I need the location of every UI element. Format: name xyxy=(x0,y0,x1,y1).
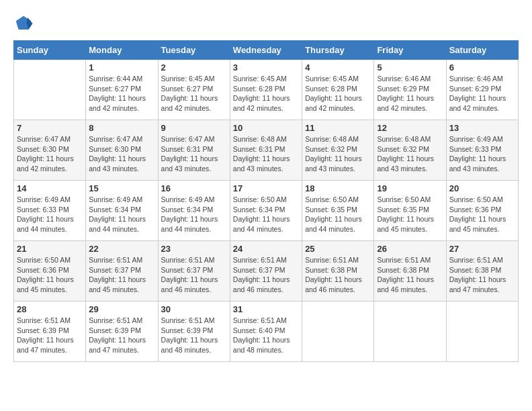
day-number: 6 xyxy=(449,62,515,73)
day-number: 4 xyxy=(305,62,371,73)
day-number: 10 xyxy=(233,123,299,133)
calendar-cell: 21Sunrise: 6:50 AMSunset: 6:36 PMDayligh… xyxy=(14,241,86,302)
day-header-tuesday: Tuesday xyxy=(158,41,230,60)
calendar-body: 1Sunrise: 6:44 AMSunset: 6:27 PMDaylight… xyxy=(14,60,519,362)
day-header-thursday: Thursday xyxy=(302,41,374,60)
week-row-5: 28Sunrise: 6:51 AMSunset: 6:39 PMDayligh… xyxy=(14,302,519,362)
calendar-table: SundayMondayTuesdayWednesdayThursdayFrid… xyxy=(13,40,519,362)
day-number: 15 xyxy=(89,183,154,193)
header-row: SundayMondayTuesdayWednesdayThursdayFrid… xyxy=(14,41,519,60)
calendar-cell xyxy=(302,302,374,362)
day-number: 11 xyxy=(305,123,371,133)
day-number: 26 xyxy=(377,244,443,254)
day-number: 27 xyxy=(449,244,515,254)
day-info: Sunrise: 6:51 AMSunset: 6:37 PMDaylight:… xyxy=(233,255,299,295)
calendar-cell: 4Sunrise: 6:45 AMSunset: 6:28 PMDaylight… xyxy=(302,60,374,120)
day-info: Sunrise: 6:51 AMSunset: 6:38 PMDaylight:… xyxy=(449,255,515,295)
calendar-cell: 14Sunrise: 6:49 AMSunset: 6:33 PMDayligh… xyxy=(14,181,86,241)
day-info: Sunrise: 6:49 AMSunset: 6:34 PMDaylight:… xyxy=(161,195,227,234)
day-number: 19 xyxy=(377,183,443,193)
day-info: Sunrise: 6:51 AMSunset: 6:37 PMDaylight:… xyxy=(161,255,227,295)
calendar-cell xyxy=(14,60,86,120)
day-info: Sunrise: 6:45 AMSunset: 6:27 PMDaylight:… xyxy=(161,74,227,113)
calendar-cell: 27Sunrise: 6:51 AMSunset: 6:38 PMDayligh… xyxy=(446,241,518,302)
day-info: Sunrise: 6:46 AMSunset: 6:29 PMDaylight:… xyxy=(377,74,443,113)
day-info: Sunrise: 6:50 AMSunset: 6:36 PMDaylight:… xyxy=(449,195,515,234)
day-number: 21 xyxy=(17,244,83,254)
day-info: Sunrise: 6:45 AMSunset: 6:28 PMDaylight:… xyxy=(305,74,371,113)
week-row-1: 1Sunrise: 6:44 AMSunset: 6:27 PMDaylight… xyxy=(14,60,519,120)
day-info: Sunrise: 6:44 AMSunset: 6:27 PMDaylight:… xyxy=(89,74,154,113)
day-number: 30 xyxy=(161,304,227,314)
day-info: Sunrise: 6:49 AMSunset: 6:33 PMDaylight:… xyxy=(449,134,515,174)
logo xyxy=(13,13,35,34)
day-number: 18 xyxy=(305,183,371,193)
day-info: Sunrise: 6:51 AMSunset: 6:37 PMDaylight:… xyxy=(89,255,154,295)
calendar-cell: 30Sunrise: 6:51 AMSunset: 6:39 PMDayligh… xyxy=(158,302,230,362)
calendar-cell: 6Sunrise: 6:46 AMSunset: 6:29 PMDaylight… xyxy=(446,60,518,120)
calendar-cell: 31Sunrise: 6:51 AMSunset: 6:40 PMDayligh… xyxy=(230,302,302,362)
day-info: Sunrise: 6:47 AMSunset: 6:31 PMDaylight:… xyxy=(161,134,227,174)
day-number: 5 xyxy=(377,62,443,73)
calendar-cell: 7Sunrise: 6:47 AMSunset: 6:30 PMDaylight… xyxy=(14,120,86,181)
calendar-cell: 9Sunrise: 6:47 AMSunset: 6:31 PMDaylight… xyxy=(158,120,230,181)
day-info: Sunrise: 6:51 AMSunset: 6:38 PMDaylight:… xyxy=(377,255,443,295)
day-number: 1 xyxy=(89,62,154,73)
calendar-cell: 22Sunrise: 6:51 AMSunset: 6:37 PMDayligh… xyxy=(86,241,158,302)
day-number: 24 xyxy=(233,244,299,254)
calendar-cell: 18Sunrise: 6:50 AMSunset: 6:35 PMDayligh… xyxy=(302,181,374,241)
calendar-cell: 19Sunrise: 6:50 AMSunset: 6:35 PMDayligh… xyxy=(374,181,446,241)
page-header xyxy=(13,13,519,34)
day-number: 20 xyxy=(449,183,515,193)
calendar-cell xyxy=(374,302,446,362)
day-number: 8 xyxy=(89,123,154,133)
day-info: Sunrise: 6:50 AMSunset: 6:35 PMDaylight:… xyxy=(377,195,443,234)
day-header-friday: Friday xyxy=(374,41,446,60)
calendar-cell: 15Sunrise: 6:49 AMSunset: 6:34 PMDayligh… xyxy=(86,181,158,241)
day-number: 9 xyxy=(161,123,227,133)
day-info: Sunrise: 6:51 AMSunset: 6:39 PMDaylight:… xyxy=(161,316,227,355)
day-number: 7 xyxy=(17,123,83,133)
calendar-cell: 23Sunrise: 6:51 AMSunset: 6:37 PMDayligh… xyxy=(158,241,230,302)
calendar-cell: 28Sunrise: 6:51 AMSunset: 6:39 PMDayligh… xyxy=(14,302,86,362)
day-header-wednesday: Wednesday xyxy=(230,41,302,60)
calendar-cell: 17Sunrise: 6:50 AMSunset: 6:34 PMDayligh… xyxy=(230,181,302,241)
day-info: Sunrise: 6:50 AMSunset: 6:36 PMDaylight:… xyxy=(17,255,83,295)
day-number: 14 xyxy=(17,183,83,193)
day-info: Sunrise: 6:48 AMSunset: 6:31 PMDaylight:… xyxy=(233,134,299,174)
calendar-cell: 12Sunrise: 6:48 AMSunset: 6:32 PMDayligh… xyxy=(374,120,446,181)
calendar-cell: 16Sunrise: 6:49 AMSunset: 6:34 PMDayligh… xyxy=(158,181,230,241)
day-number: 25 xyxy=(305,244,371,254)
week-row-4: 21Sunrise: 6:50 AMSunset: 6:36 PMDayligh… xyxy=(14,241,519,302)
day-info: Sunrise: 6:49 AMSunset: 6:34 PMDaylight:… xyxy=(89,195,154,234)
calendar-cell: 24Sunrise: 6:51 AMSunset: 6:37 PMDayligh… xyxy=(230,241,302,302)
calendar-cell: 20Sunrise: 6:50 AMSunset: 6:36 PMDayligh… xyxy=(446,181,518,241)
day-number: 13 xyxy=(449,123,515,133)
day-number: 31 xyxy=(233,304,299,314)
day-info: Sunrise: 6:50 AMSunset: 6:35 PMDaylight:… xyxy=(305,195,371,234)
day-number: 2 xyxy=(161,62,227,73)
calendar-cell: 2Sunrise: 6:45 AMSunset: 6:27 PMDaylight… xyxy=(158,60,230,120)
logo-icon xyxy=(13,13,34,34)
day-number: 3 xyxy=(233,62,299,73)
calendar-cell: 29Sunrise: 6:51 AMSunset: 6:39 PMDayligh… xyxy=(86,302,158,362)
day-info: Sunrise: 6:51 AMSunset: 6:38 PMDaylight:… xyxy=(305,255,371,295)
day-info: Sunrise: 6:47 AMSunset: 6:30 PMDaylight:… xyxy=(17,134,83,174)
day-number: 28 xyxy=(17,304,83,314)
day-header-saturday: Saturday xyxy=(446,41,518,60)
calendar-cell: 11Sunrise: 6:48 AMSunset: 6:32 PMDayligh… xyxy=(302,120,374,181)
day-info: Sunrise: 6:45 AMSunset: 6:28 PMDaylight:… xyxy=(233,74,299,113)
day-info: Sunrise: 6:50 AMSunset: 6:34 PMDaylight:… xyxy=(233,195,299,234)
calendar-cell: 10Sunrise: 6:48 AMSunset: 6:31 PMDayligh… xyxy=(230,120,302,181)
calendar-cell: 3Sunrise: 6:45 AMSunset: 6:28 PMDaylight… xyxy=(230,60,302,120)
calendar-cell: 8Sunrise: 6:47 AMSunset: 6:30 PMDaylight… xyxy=(86,120,158,181)
calendar-cell: 25Sunrise: 6:51 AMSunset: 6:38 PMDayligh… xyxy=(302,241,374,302)
day-info: Sunrise: 6:47 AMSunset: 6:30 PMDaylight:… xyxy=(89,134,154,174)
day-info: Sunrise: 6:48 AMSunset: 6:32 PMDaylight:… xyxy=(377,134,443,174)
calendar-header: SundayMondayTuesdayWednesdayThursdayFrid… xyxy=(14,41,519,60)
day-number: 22 xyxy=(89,244,154,254)
day-info: Sunrise: 6:46 AMSunset: 6:29 PMDaylight:… xyxy=(449,74,515,113)
day-number: 16 xyxy=(161,183,227,193)
calendar-cell: 1Sunrise: 6:44 AMSunset: 6:27 PMDaylight… xyxy=(86,60,158,120)
day-info: Sunrise: 6:51 AMSunset: 6:39 PMDaylight:… xyxy=(89,316,154,355)
